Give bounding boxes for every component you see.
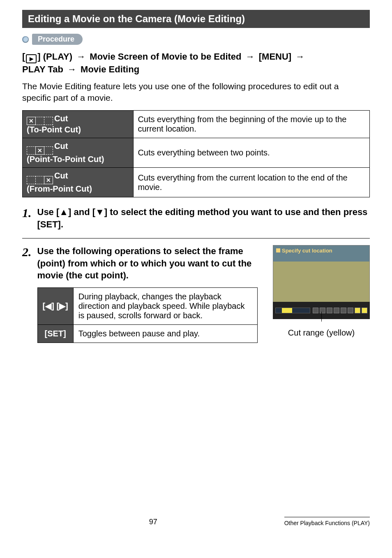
step-2: 2. Use the following operations to selec… [22,238,370,343]
cut-options-table: Cut (To-Point Cut) Cuts everything from … [22,110,370,197]
point-to-point-cut-icon [27,146,53,155]
operations-table: [◀] [▶] During playback, changes the pla… [37,287,258,343]
square-icon [276,248,280,252]
play-icon: ▶ [26,54,37,63]
intro-paragraph: The Movie Editing feature lets you use o… [22,81,370,104]
table-row: [◀] [▶] During playback, changes the pla… [37,287,257,324]
step-text: Use [▲] and [▼] to select the editing me… [37,206,370,230]
step-number: 1. [22,206,32,230]
pointer-line [321,312,322,322]
thumbnail-title: Specify cut location [276,248,332,254]
table-row: Cut (From-Point Cut) Cuts everything fro… [23,168,370,197]
procedure-heading: Procedure [22,34,370,45]
screenshot-thumbnail: Specify cut location [273,245,370,319]
table-row: [SET] Toggles between pause and play. [37,324,257,343]
step-number: 2. [22,245,32,343]
step-1: 1. Use [▲] and [▼] to select the editing… [22,206,370,230]
table-row: Cut (To-Point Cut) Cuts everything from … [23,111,370,138]
page-footer: 97 Other Playback Functions (PLAY) [22,500,370,526]
bullet-icon [22,36,29,43]
from-point-cut-icon [27,176,53,184]
to-point-cut-icon [27,117,53,125]
page-number: 97 [22,518,284,526]
section-title: Editing a Movie on the Camera (Movie Edi… [22,10,370,28]
table-row: Cut (Point-To-Point Cut) Cuts everything… [23,138,370,168]
procedure-path: [▶] (PLAY) → Movie Screen of Movie to be… [22,51,370,76]
step-text: Use the following operations to select t… [37,245,264,282]
procedure-pill: Procedure [32,34,83,45]
thumbnail-caption: Cut range (yellow) [288,328,355,338]
footer-section: Other Playback Functions (PLAY) [284,517,370,526]
